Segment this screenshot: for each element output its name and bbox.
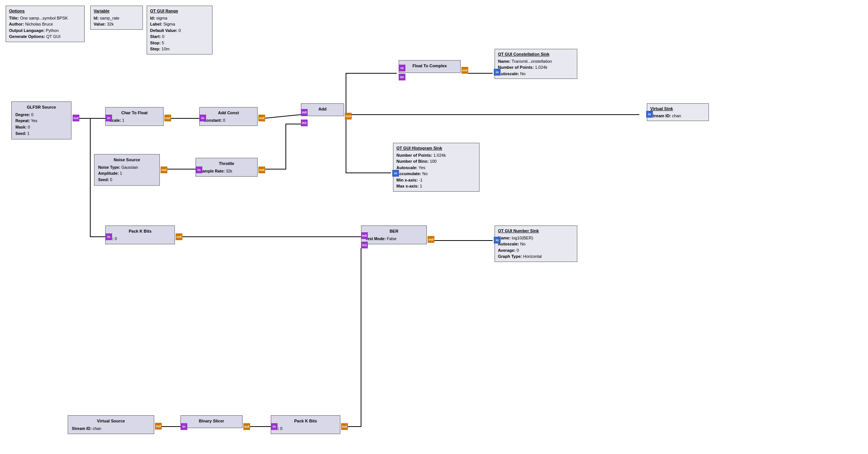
noise-source-out-port: out: [161, 166, 167, 173]
throttle-block[interactable]: Throttle Sample Rate: 32k: [196, 158, 258, 177]
variable-row-1: Id: samp_rate: [94, 15, 140, 21]
binary-slicer-out-port: out: [243, 423, 250, 430]
ber-block[interactable]: BER Test Mode: False: [361, 225, 427, 244]
virtual-sink-title: Virtual Sink: [650, 106, 706, 112]
glfsr-source-title: GLFSR Source: [15, 104, 67, 111]
histogram-sink-title: QT GUI Histogram Sink: [396, 145, 476, 151]
qt-gui-number-sink[interactable]: QT GUI Number Sink Name: log10(BER) Auto…: [495, 225, 577, 262]
number-sink-title: QT GUI Number Sink: [498, 228, 574, 234]
glfsr-out-port: out: [73, 115, 79, 121]
binary-slicer-title: Binary Slicer: [185, 418, 238, 425]
throttle-in-port: in: [196, 166, 202, 173]
histogram-sink-in-port: in: [392, 170, 399, 177]
add-const-title: Add Const: [203, 110, 253, 117]
qt-gui-range-box: QT GUI Range Id: sigma Label: Sigma Defa…: [147, 6, 212, 54]
ber-title: BER: [365, 228, 423, 235]
add-out-port: out: [345, 113, 352, 120]
add-const-out-port: out: [258, 115, 265, 121]
add-in1-port: in1: [301, 120, 308, 126]
virtual-source-out-port: out: [155, 423, 162, 430]
binary-slicer-block[interactable]: Binary Slicer: [181, 415, 243, 428]
float-to-complex-out-port: out: [461, 67, 468, 74]
pack-k-bits-top-title: Pack K Bits: [109, 228, 171, 235]
virtual-source-title: Virtual Source: [72, 418, 150, 425]
variable-box: Variable Id: samp_rate Value: 32k: [90, 6, 143, 30]
options-row-1: Title: One samp...symbol BPSK: [9, 15, 81, 21]
add-block-title: Add: [305, 106, 340, 113]
constellation-sink-in-port: in: [494, 69, 501, 76]
add-const-block[interactable]: Add Const Constant: 0: [199, 107, 258, 126]
float-to-complex-im-port: im: [399, 74, 405, 80]
noise-source-title: Noise Source: [98, 157, 156, 163]
qt-gui-range-title: QT GUI Range: [150, 8, 209, 14]
char-to-float-block[interactable]: Char To Float Scale: 1: [105, 107, 164, 126]
options-row-3: Output Language: Python: [9, 27, 81, 34]
pack-k-bits-bottom-in-port: in: [271, 423, 278, 430]
throttle-out-port: out: [258, 166, 265, 173]
add-const-in-port: in: [199, 115, 206, 121]
virtual-sink[interactable]: Virtual Sink Stream ID: chan: [647, 103, 709, 121]
options-box: Options Title: One samp...symbol BPSK Au…: [6, 6, 85, 42]
pack-k-bits-top-in-port: in: [105, 233, 112, 240]
throttle-title: Throttle: [200, 160, 253, 167]
options-row-2: Author: Nicholas Bruce: [9, 21, 81, 27]
ber-in0-port: in0: [361, 232, 368, 239]
pack-k-bits-bottom-block[interactable]: Pack K Bits K: 0: [271, 415, 340, 434]
options-row-4: Generate Options: QT GUI: [9, 33, 81, 40]
char-to-float-in-port: in: [105, 115, 112, 121]
char-to-float-out-port: out: [164, 115, 171, 121]
ber-out-port: out: [428, 236, 434, 243]
glfsr-source-props: Degree: 0 Repeat: Yes Mask: 0 Seed: 1: [15, 112, 67, 137]
pack-k-bits-bottom-out-port: out: [341, 423, 348, 430]
noise-source-block[interactable]: Noise Source Noise Type: Gaussian Amplit…: [94, 154, 160, 186]
pack-k-bits-top-block[interactable]: Pack K Bits K: 0: [105, 225, 175, 244]
constellation-sink-title: QT GUI Constellation Sink: [498, 51, 574, 58]
virtual-source-block[interactable]: Virtual Source Stream ID: chan: [68, 415, 154, 434]
variable-title: Variable: [94, 8, 140, 14]
qt-gui-histogram-sink[interactable]: QT GUI Histogram Sink Number of Points: …: [393, 143, 480, 192]
options-title: Options: [9, 8, 81, 14]
pack-k-bits-top-out-port: out: [176, 233, 182, 240]
glfsr-source-block[interactable]: GLFSR Source Degree: 0 Repeat: Yes Mask:…: [11, 101, 71, 139]
number-sink-in-port: in: [494, 237, 501, 244]
binary-slicer-in-port: in: [181, 423, 187, 430]
float-to-complex-title: Float To Complex: [403, 63, 457, 70]
variable-row-2: Value: 32k: [94, 21, 140, 27]
virtual-sink-in-port: in: [646, 111, 653, 118]
float-to-complex-block[interactable]: Float To Complex: [399, 60, 461, 73]
float-to-complex-re-port: re: [399, 65, 405, 71]
char-to-float-title: Char To Float: [109, 110, 159, 117]
pack-k-bits-bottom-title: Pack K Bits: [275, 418, 336, 425]
ber-in1-port: in1: [361, 242, 368, 248]
add-in0-port: in0: [301, 109, 308, 116]
qt-gui-constellation-sink[interactable]: QT GUI Constellation Sink Name: Transmit…: [495, 49, 577, 79]
